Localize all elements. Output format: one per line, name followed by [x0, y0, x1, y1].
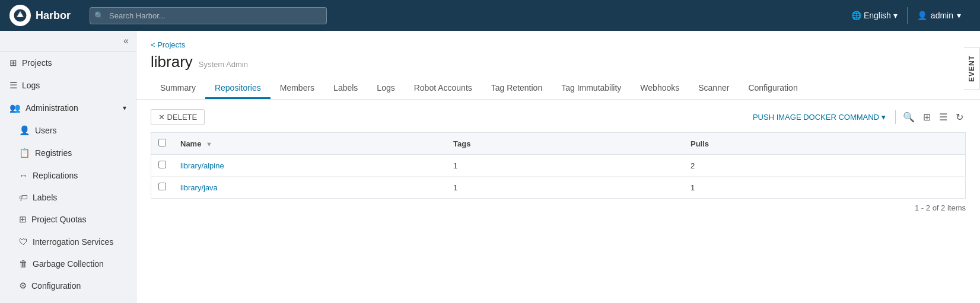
sidebar-item-projects[interactable]: ⊞ Projects: [0, 52, 136, 74]
tags-column-header: Tags: [446, 133, 683, 155]
search-input[interactable]: [90, 7, 327, 24]
sidebar-item-label: Users: [35, 126, 57, 135]
sidebar-item-registries[interactable]: 📋 Registries: [0, 142, 136, 164]
sidebar-item-label: Project Quotas: [31, 215, 87, 224]
globe-icon: 🌐: [851, 11, 861, 20]
app-name: Harbor: [36, 9, 71, 22]
main-content: < Projects library System Admin Summary …: [136, 31, 980, 303]
sidebar-item-label: Interrogation Services: [33, 237, 113, 247]
app-logo[interactable]: Harbor: [9, 5, 71, 26]
search-icon: 🔍: [94, 11, 104, 20]
tab-tag-retention[interactable]: Tag Retention: [482, 78, 552, 99]
sidebar: « ⊞ Projects ☰ Logs 👥 Administration ▾ 👤…: [0, 31, 136, 303]
push-docker-label: PUSH IMAGE DOCKER COMMAND: [753, 113, 879, 122]
toolbar-icons: 🔍 ⊞ ☰ ↻: [895, 110, 966, 124]
svg-point-1: [18, 14, 22, 17]
row-tags-cell: 1: [446, 177, 683, 199]
row-name-cell: library/alpine: [173, 155, 446, 177]
name-column-header[interactable]: Name ▼: [173, 133, 446, 155]
main-layout: « ⊞ Projects ☰ Logs 👥 Administration ▾ 👤…: [0, 31, 980, 303]
lang-chevron-icon: ▾: [893, 11, 898, 20]
tab-scanner[interactable]: Scanner: [689, 78, 739, 99]
top-navigation: Harbor 🔍 🌐 English ▾ 👤 admin ▾: [0, 0, 980, 31]
event-tab[interactable]: EVENT: [964, 47, 980, 90]
repositories-table: Name ▼ Tags Pulls library/alpine 1 2: [151, 132, 966, 199]
table-toolbar: ✕ DELETE PUSH IMAGE DOCKER COMMAND ▾ 🔍 ⊞…: [151, 109, 966, 125]
language-selector[interactable]: 🌐 English ▾: [842, 7, 908, 24]
gear-icon: ⚙: [19, 280, 27, 291]
repo-link[interactable]: library/alpine: [180, 161, 224, 170]
sidebar-collapse-button[interactable]: «: [123, 36, 129, 46]
sidebar-item-garbage-collection[interactable]: 🗑 Garbage Collection: [0, 253, 136, 275]
page-subtitle: System Admin: [199, 60, 248, 69]
push-docker-button[interactable]: PUSH IMAGE DOCKER COMMAND ▾: [753, 113, 886, 122]
user-icon: 👤: [917, 11, 927, 20]
tab-configuration[interactable]: Configuration: [739, 78, 807, 99]
row-checkbox[interactable]: [158, 183, 166, 190]
sidebar-item-project-quotas[interactable]: ⊞ Project Quotas: [0, 208, 136, 231]
search-button[interactable]: 🔍: [901, 110, 917, 124]
table-area: ✕ DELETE PUSH IMAGE DOCKER COMMAND ▾ 🔍 ⊞…: [136, 100, 980, 303]
row-tags-cell: 1: [446, 155, 683, 177]
sidebar-item-labels[interactable]: 🏷 Labels: [0, 186, 136, 208]
toolbar-right: PUSH IMAGE DOCKER COMMAND ▾ 🔍 ⊞ ☰ ↻: [753, 110, 966, 124]
delete-button[interactable]: ✕ DELETE: [151, 109, 205, 125]
tab-labels[interactable]: Labels: [324, 78, 367, 99]
sidebar-item-label: Logs: [22, 81, 40, 90]
sidebar-administration-label: Administration: [26, 103, 78, 113]
topnav-right: 🌐 English ▾ 👤 admin ▾: [842, 7, 971, 24]
tab-bar: Summary Repositories Members Labels Logs…: [151, 78, 966, 99]
sidebar-item-replications[interactable]: ↔ Replications: [0, 164, 136, 186]
list-view-button[interactable]: ☰: [937, 110, 950, 124]
table-header: Name ▼ Tags Pulls: [151, 133, 966, 155]
select-all-header: [151, 133, 174, 155]
sidebar-item-label: Labels: [33, 193, 57, 202]
sidebar-item-label: Registries: [35, 148, 72, 158]
tab-logs[interactable]: Logs: [367, 78, 404, 99]
row-pulls-cell: 2: [683, 155, 966, 177]
tab-webhooks[interactable]: Webhooks: [631, 78, 689, 99]
list-icon: ☰: [9, 80, 17, 91]
sidebar-item-logs[interactable]: ☰ Logs: [0, 74, 136, 97]
sidebar-item-label: Projects: [22, 58, 52, 68]
tab-repositories[interactable]: Repositories: [205, 78, 271, 99]
user-chevron-icon: ▾: [957, 11, 961, 20]
tab-tag-immutability[interactable]: Tag Immutability: [552, 78, 631, 99]
sidebar-item-configuration[interactable]: ⚙ Configuration: [0, 275, 136, 297]
tab-members[interactable]: Members: [271, 78, 324, 99]
row-name-cell: library/java: [173, 177, 446, 199]
table-row: library/alpine 1 2: [151, 155, 966, 177]
sidebar-item-interrogation[interactable]: 🛡 Interrogation Services: [0, 231, 136, 253]
sidebar-sub-menu: 👤 Users 📋 Registries ↔ Replications 🏷 La…: [0, 119, 136, 297]
logo-icon: [9, 5, 31, 26]
row-checkbox[interactable]: [158, 161, 166, 168]
refresh-button[interactable]: ↻: [953, 110, 966, 124]
lang-label: English: [864, 11, 891, 20]
shield-icon: 🛡: [19, 237, 28, 247]
tab-summary[interactable]: Summary: [151, 78, 205, 99]
user-label: admin: [931, 11, 953, 20]
select-all-checkbox[interactable]: [158, 139, 166, 146]
person-icon: 👤: [19, 125, 30, 136]
sidebar-item-users[interactable]: 👤 Users: [0, 119, 136, 142]
push-docker-chevron-icon: ▾: [882, 113, 886, 122]
sidebar-administration-section[interactable]: 👥 Administration ▾: [0, 97, 136, 119]
card-view-button[interactable]: ⊞: [921, 110, 933, 124]
table-icon: ⊞: [19, 214, 27, 225]
trash-icon: 🗑: [19, 259, 28, 269]
tab-robot-accounts[interactable]: Robot Accounts: [405, 78, 482, 99]
table-row: library/java 1 1: [151, 177, 966, 199]
row-pulls-cell: 1: [683, 177, 966, 199]
sidebar-item-label: Replications: [33, 171, 78, 180]
pulls-column-header: Pulls: [683, 133, 966, 155]
sidebar-item-label: Configuration: [31, 281, 81, 291]
breadcrumb[interactable]: < Projects: [151, 40, 966, 49]
tag-icon: 🏷: [19, 192, 28, 202]
arrows-icon: ↔: [19, 170, 28, 180]
search-container: 🔍: [90, 7, 327, 24]
repo-link[interactable]: library/java: [180, 183, 218, 192]
user-menu[interactable]: 👤 admin ▾: [908, 7, 971, 24]
sidebar-collapse-bar: «: [0, 31, 136, 52]
chevron-down-icon: ▾: [123, 104, 126, 112]
table-body: library/alpine 1 2 library/java 1 1: [151, 155, 966, 199]
